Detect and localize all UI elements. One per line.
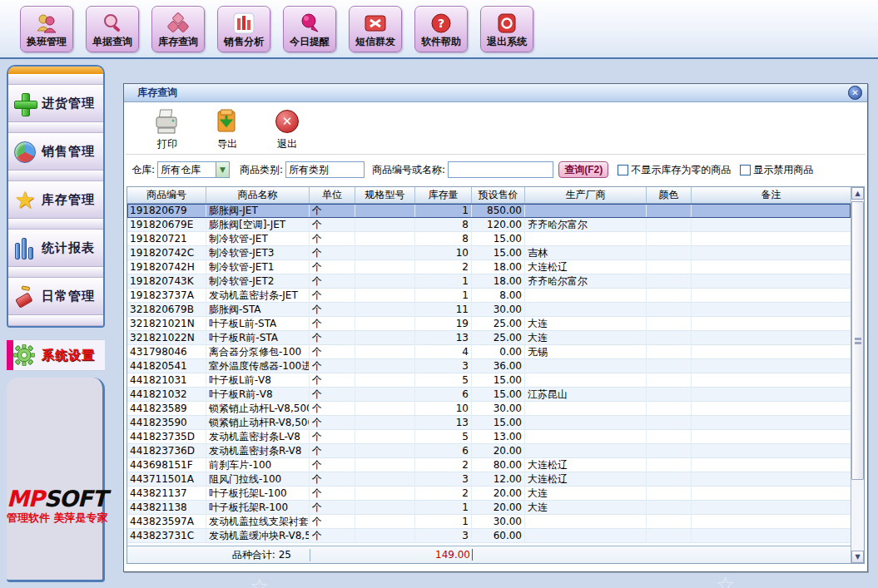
category-input[interactable] [285, 161, 365, 178]
scrollbar-thumb[interactable] [851, 201, 864, 480]
pie-chart-icon [8, 141, 42, 163]
toolbar-button-sms-broadcast[interactable]: 短信群发 [349, 6, 402, 52]
sidebar-item-purchase[interactable]: 进货管理 [8, 85, 103, 122]
table-row[interactable]: 191820721制冷软管-JET个815.00 [127, 232, 851, 246]
table-row[interactable]: 443823597A发动机盖拉线支架衬套-个130.00 [127, 515, 851, 529]
table-row[interactable]: 443711501A阻风门拉线-100个312.00大连松辽 [127, 472, 851, 487]
exit-icon: ✕ [275, 107, 299, 136]
cell [647, 289, 692, 303]
table-row[interactable]: 441820541室外温度传感器-100进口个336.00 [127, 359, 851, 373]
table-row[interactable]: 191820679膨胀阀-JET个1850.00 [127, 204, 851, 218]
toolbar-button-today-reminder[interactable]: 今日提醒 [283, 6, 336, 52]
table-row[interactable]: 441823589锁紧销止动杆L-V8,5000个1030.00 [127, 402, 851, 416]
table-row[interactable]: 443823731C发动机盖缓冲块R-V8,50个360.00 [127, 529, 851, 543]
cell: 发动机盖拉线支架衬套- [206, 515, 310, 529]
scrollbar-track[interactable] [851, 200, 864, 551]
cell [647, 331, 692, 345]
column-header[interactable]: 颜色 [647, 187, 692, 203]
table-row[interactable]: 441823590锁紧销止动杆R-V8,5000个1315.00 [127, 416, 851, 430]
toolbar-button-shift-management[interactable]: 换班管理 [20, 6, 73, 52]
cell [647, 246, 692, 260]
cell: 个 [310, 515, 355, 529]
cell: 15.00 [472, 416, 525, 430]
cell [692, 232, 851, 246]
export-button[interactable]: 导出 [209, 107, 246, 151]
column-header[interactable]: 预设售价 [472, 187, 525, 203]
cell: 443823731C [127, 529, 206, 543]
cell: 4 [415, 345, 472, 359]
cell: 443698151F [127, 458, 206, 472]
brand-panel: MPSOFT 管理软件 美萍是专家 [7, 378, 105, 582]
table-row[interactable]: 191820742C制冷软管-JET3个1015.00吉林 [127, 246, 851, 260]
toolbar-button-label: 短信群发 [355, 36, 395, 47]
cell [692, 260, 851, 274]
column-header[interactable]: 库存量 [415, 187, 472, 203]
column-header[interactable]: 生产厂商 [525, 187, 647, 203]
toolbar-button-exit-system[interactable]: 退出系统 [480, 6, 533, 52]
table-row[interactable]: 321821022N叶子板R前-STA个1325.00大连 [127, 331, 851, 345]
sidebar-item-sales[interactable]: 销售管理 [8, 133, 103, 170]
cell: 个 [310, 303, 355, 317]
toolbar-button-inventory-query[interactable]: 库存查询 [151, 6, 205, 52]
cell [692, 430, 851, 444]
table-row[interactable]: 441821032叶子板R前-V8个615.00江苏昆山 [127, 388, 851, 402]
cell [355, 246, 415, 260]
printer-icon [153, 107, 181, 136]
window-exit-button[interactable]: ✕ 退出 [269, 107, 305, 151]
table-row[interactable]: 191820742H制冷软管-JET1个218.00大连松辽 [127, 260, 851, 274]
vertical-scrollbar[interactable]: ▲ ▼ [851, 187, 864, 563]
sidebar-item-system-settings[interactable]: 系统设置 [7, 339, 105, 371]
toolbar-button-software-help[interactable]: ? 软件帮助 [414, 6, 468, 52]
scroll-down-icon[interactable]: ▼ [851, 551, 864, 563]
table-row[interactable]: 431798046离合器分泵修包-100个40.00无锡 [127, 345, 851, 359]
close-icon[interactable]: ✕ [848, 86, 862, 100]
table-row[interactable]: 191823737A发动机盖密封条-JET个18.00 [127, 289, 851, 303]
column-header[interactable]: 商品编号 [127, 187, 206, 203]
cell [525, 289, 647, 303]
table-row[interactable]: 443698151F前刹车片-100个280.00大连松辽 [127, 458, 851, 472]
cell [692, 373, 851, 388]
cell: 个 [310, 388, 355, 402]
cell: 8 [415, 232, 472, 246]
table-row[interactable]: 441823736D发动机盖密封条R-V8个620.00 [127, 444, 851, 458]
toolbar-button-sales-analysis[interactable]: 销售分析 [217, 6, 270, 52]
cell [355, 501, 415, 515]
query-button[interactable]: 查询(F2) [558, 161, 608, 178]
sidebar-item-daily[interactable]: 日常管理 [8, 278, 103, 315]
cell: 个 [310, 402, 355, 416]
cell: 个 [310, 529, 355, 543]
show-disabled-checkbox[interactable]: 显示禁用商品 [740, 163, 813, 177]
column-header[interactable]: 备注 [692, 187, 851, 203]
table-row[interactable]: 321820679B膨胀阀-STA个1130.00 [127, 303, 851, 317]
table-row[interactable]: 443821137叶子板托架L-100个220.00大连 [127, 487, 851, 501]
cell [692, 515, 851, 529]
cell: 441823736D [127, 444, 206, 458]
scroll-up-icon[interactable]: ▲ [851, 187, 864, 200]
cell: 叶子板L前-V8 [206, 373, 310, 388]
star-decoration: ☆ [250, 574, 269, 588]
cell: 191820721 [127, 232, 206, 246]
cell: 大连 [525, 487, 647, 501]
column-header[interactable]: 单位 [310, 187, 355, 203]
sidebar-item-reports[interactable]: 统计报表 [8, 230, 103, 267]
table-row[interactable]: 441821031叶子板L前-V8个515.00 [127, 373, 851, 388]
print-button[interactable]: 打印 [149, 107, 186, 151]
column-header[interactable]: 商品名称 [206, 187, 310, 203]
column-header[interactable]: 规格型号 [355, 187, 415, 203]
warehouse-select[interactable]: 所有仓库 ▼ [157, 161, 230, 178]
table-row[interactable]: 321821021N叶子板L前-STA个1925.00大连 [127, 317, 851, 331]
cell: 20.00 [472, 487, 525, 501]
table-row[interactable]: 191820743K制冷软管-JET2个118.00齐齐哈尔富尔 [127, 274, 851, 289]
cell [355, 345, 415, 359]
star-decoration: ☆ [716, 572, 735, 588]
toolbar-button-doc-query[interactable]: 单据查询 [86, 6, 139, 52]
keyword-input[interactable] [448, 161, 553, 178]
chevron-down-icon[interactable]: ▼ [216, 162, 229, 177]
hide-zero-stock-checkbox[interactable]: 不显示库存为零的商品 [618, 163, 731, 177]
table-row[interactable]: 191820679E膨胀阀[空调]-JET个8120.00齐齐哈尔富尔 [127, 218, 851, 232]
keyword-label: 商品编号或名称: [372, 163, 445, 177]
table-row[interactable]: 443821138叶子板托架R-100个120.00大连 [127, 501, 851, 515]
table-row[interactable]: 441823735D发动机盖密封条L-V8个513.00 [127, 430, 851, 444]
cell: 6 [415, 444, 472, 458]
sidebar-item-inventory[interactable]: ★ 库存管理 [8, 181, 103, 219]
